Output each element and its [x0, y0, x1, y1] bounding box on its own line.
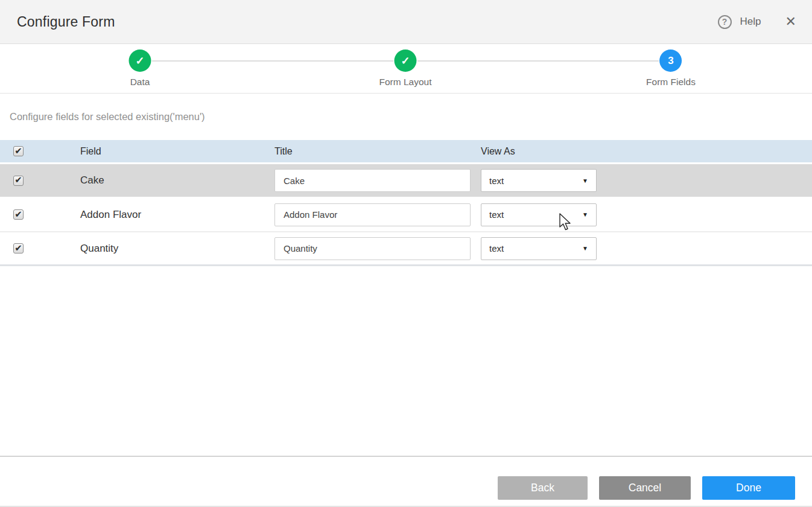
row-checkbox[interactable]: ✔ [13, 243, 24, 253]
view-as-value: text [489, 176, 504, 186]
content-empty-area [0, 266, 812, 453]
dialog-titlebar: Configure Form ? Help ✕ [0, 0, 812, 44]
help-icon[interactable]: ? [718, 15, 732, 29]
step-form-layout[interactable]: ✓ Form Layout [379, 44, 431, 88]
chevron-down-icon: ▼ [582, 177, 588, 184]
column-header-field: Field [80, 146, 274, 157]
title-input[interactable] [274, 203, 471, 226]
step-number-badge: 3 [659, 49, 682, 72]
table-header: ✔ Field Title View As [0, 140, 812, 162]
field-name: Quantity [80, 243, 274, 255]
configure-fields-subtitle: Configure fields for selected existing('… [10, 111, 205, 122]
table-row: ✔ Quantity text ▼ [0, 232, 812, 266]
page-title: Configure Form [17, 14, 115, 30]
row-checkbox[interactable]: ✔ [13, 209, 24, 220]
table-row: ✔ Cake text ▼ [0, 164, 812, 197]
stepper-connector [417, 60, 659, 62]
subtitle-bar: Configure fields for selected existing('… [0, 94, 812, 140]
step-label: Data [129, 77, 151, 88]
title-input[interactable] [274, 169, 471, 192]
field-name: Addon Flavor [80, 209, 274, 221]
back-button[interactable]: Back [498, 476, 588, 500]
step-data[interactable]: ✓ Data [129, 44, 151, 88]
step-label: Form Layout [379, 77, 431, 88]
title-input[interactable] [274, 237, 471, 260]
column-header-view-as: View As [481, 146, 812, 157]
view-as-value: text [489, 243, 504, 253]
cancel-button[interactable]: Cancel [599, 476, 691, 500]
help-button[interactable]: Help [740, 16, 761, 28]
chevron-down-icon: ▼ [582, 245, 588, 252]
view-as-select[interactable]: text ▼ [481, 203, 597, 226]
footer-actions: Back Cancel Done [0, 456, 812, 507]
view-as-value: text [489, 209, 504, 220]
row-checkbox[interactable]: ✔ [13, 176, 24, 186]
view-as-select[interactable]: text ▼ [481, 237, 597, 260]
view-as-select[interactable]: text ▼ [481, 169, 597, 192]
field-name: Cake [80, 174, 274, 187]
done-button[interactable]: Done [702, 476, 795, 500]
close-icon[interactable]: ✕ [785, 15, 796, 28]
step-complete-icon: ✓ [394, 49, 416, 72]
select-all-checkbox[interactable]: ✔ [13, 146, 24, 156]
chevron-down-icon: ▼ [582, 211, 588, 218]
step-complete-icon: ✓ [129, 49, 151, 72]
step-form-fields[interactable]: 3 Form Fields [646, 44, 696, 88]
stepper-connector [152, 60, 393, 62]
stepper: ✓ Data ✓ Form Layout 3 Form Fields [0, 44, 812, 94]
column-header-title: Title [274, 146, 481, 157]
step-label: Form Fields [646, 77, 696, 88]
table-row: ✔ Addon Flavor text ▼ [0, 198, 812, 232]
